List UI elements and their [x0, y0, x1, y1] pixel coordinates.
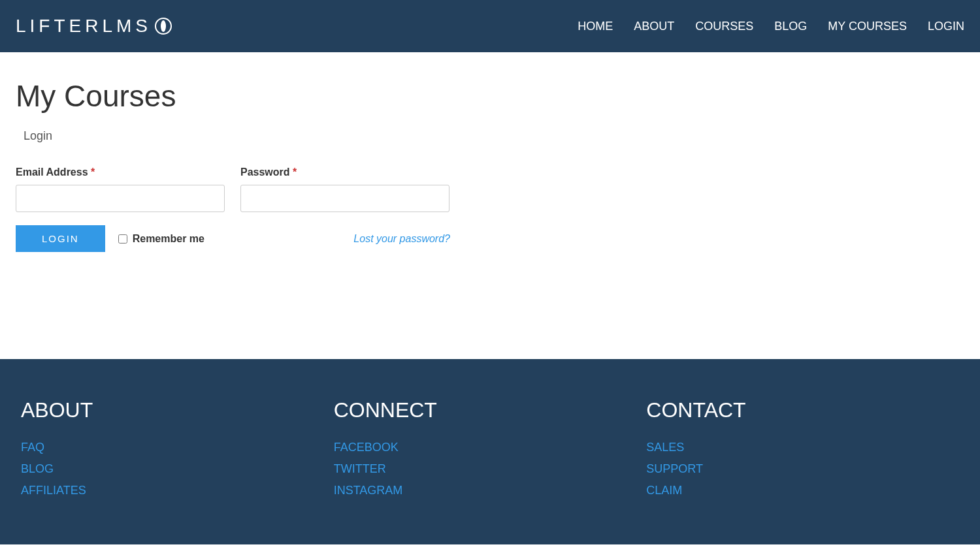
footer-heading-contact: CONTACT	[646, 398, 959, 422]
required-mark: *	[293, 166, 297, 178]
footer: ABOUT FAQ BLOG AFFILIATES CONNECT FACEBO…	[0, 359, 980, 544]
required-mark: *	[91, 166, 95, 178]
logo-text: LIFTERLMS	[16, 16, 152, 37]
footer-heading-about: ABOUT	[21, 398, 334, 422]
footer-link-faq[interactable]: FAQ	[21, 441, 334, 454]
main-content: My Courses Login Email Address * Passwor…	[0, 52, 980, 359]
footer-link-facebook[interactable]: FACEBOOK	[334, 441, 647, 454]
footer-link-claim[interactable]: CLAIM	[646, 484, 959, 497]
login-button[interactable]: LOGIN	[16, 225, 105, 252]
footer-link-sales[interactable]: SALES	[646, 441, 959, 454]
remember-wrapper: Remember me	[118, 233, 204, 245]
header: LIFTERLMS HOME ABOUT COURSES BLOG MY COU…	[0, 0, 980, 52]
password-group: Password *	[240, 166, 449, 212]
nav-home[interactable]: HOME	[578, 20, 613, 33]
form-actions: LOGIN Remember me Lost your password?	[16, 225, 450, 252]
nav-my-courses[interactable]: MY COURSES	[828, 20, 907, 33]
login-section-title: Login	[16, 129, 964, 143]
nav-login[interactable]: LOGIN	[928, 20, 964, 33]
footer-heading-connect: CONNECT	[334, 398, 647, 422]
email-field[interactable]	[16, 185, 225, 212]
email-label: Email Address *	[16, 166, 225, 178]
svg-point-1	[161, 20, 166, 32]
nav-about[interactable]: ABOUT	[634, 20, 674, 33]
form-row: Email Address * Password *	[16, 166, 964, 212]
remember-label: Remember me	[133, 233, 204, 245]
logo-icon	[154, 17, 172, 35]
password-label-text: Password	[240, 166, 290, 178]
footer-column-about: ABOUT FAQ BLOG AFFILIATES	[21, 398, 334, 505]
logo[interactable]: LIFTERLMS	[16, 16, 172, 37]
email-label-text: Email Address	[16, 166, 88, 178]
footer-column-contact: CONTACT SALES SUPPORT CLAIM	[646, 398, 959, 505]
footer-link-instagram[interactable]: INSTAGRAM	[334, 484, 647, 497]
footer-link-blog[interactable]: BLOG	[21, 462, 334, 476]
footer-column-connect: CONNECT FACEBOOK TWITTER INSTAGRAM	[334, 398, 647, 505]
footer-link-twitter[interactable]: TWITTER	[334, 462, 647, 476]
lost-password-link[interactable]: Lost your password?	[353, 233, 450, 245]
email-group: Email Address *	[16, 166, 225, 212]
password-field[interactable]	[240, 185, 449, 212]
footer-link-affiliates[interactable]: AFFILIATES	[21, 484, 334, 497]
footer-link-support[interactable]: SUPPORT	[646, 462, 959, 476]
main-nav: HOME ABOUT COURSES BLOG MY COURSES LOGIN	[578, 20, 964, 33]
nav-blog[interactable]: BLOG	[774, 20, 807, 33]
nav-courses[interactable]: COURSES	[695, 20, 753, 33]
remember-checkbox[interactable]	[118, 234, 127, 244]
page-title: My Courses	[16, 78, 964, 114]
password-label: Password *	[240, 166, 449, 178]
